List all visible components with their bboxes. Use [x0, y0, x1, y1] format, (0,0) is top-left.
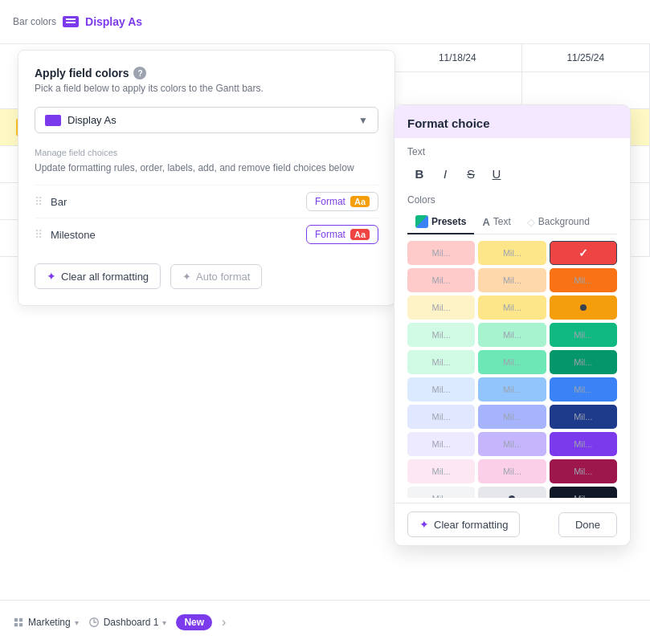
- swatch-label-17: Mil...: [574, 385, 592, 394]
- tab-presets[interactable]: Presets: [407, 210, 474, 234]
- color-swatch-29[interactable]: Mil...: [550, 487, 617, 498]
- swatch-label-16: Mil...: [503, 385, 521, 394]
- color-swatch-24[interactable]: Mil...: [407, 459, 475, 483]
- color-swatch-21[interactable]: Mil...: [407, 432, 475, 456]
- color-swatch-22[interactable]: Mil...: [478, 432, 546, 456]
- clear-all-formatting-button[interactable]: ✦ Clear all formatting: [35, 263, 161, 289]
- text-section-label: Text: [407, 146, 617, 157]
- new-badge[interactable]: New: [176, 614, 212, 630]
- color-swatch-4[interactable]: Mil...: [478, 268, 546, 292]
- swatch-label-22: Mil...: [503, 439, 521, 449]
- color-swatch-15[interactable]: Mil...: [407, 377, 475, 401]
- tab-text[interactable]: A Text: [474, 211, 518, 234]
- dashboard-tab-icon: [88, 617, 100, 628]
- svg-rect-0: [14, 618, 18, 622]
- swatch-label-0: Mil...: [432, 248, 451, 258]
- bottom-bar: Marketing ▾ Dashboard 1 ▾ New ›: [0, 600, 650, 644]
- color-swatch-19[interactable]: Mil...: [478, 405, 546, 429]
- underline-button[interactable]: U: [484, 162, 509, 185]
- marketing-arrow: ▾: [75, 618, 79, 627]
- tab-background-label: Background: [538, 216, 590, 227]
- format-btn-label: Format: [315, 196, 345, 207]
- top-bar: Bar colors Display As: [0, 0, 650, 44]
- clear-formatting-button[interactable]: ✦ Clear formatting: [407, 512, 520, 537]
- swatch-label-5: Mil...: [574, 275, 592, 285]
- color-swatch-0[interactable]: Mil...: [407, 241, 475, 265]
- color-swatch-26[interactable]: Mil...: [550, 459, 617, 483]
- italic-button[interactable]: I: [433, 162, 457, 185]
- swatch-label-9: Mil...: [432, 330, 451, 340]
- tab-dashboard[interactable]: Dashboard 1 ▾: [88, 617, 167, 628]
- swatch-label-18: Mil...: [432, 412, 451, 422]
- color-swatch-2[interactable]: ✓: [550, 241, 617, 265]
- color-swatch-8[interactable]: [550, 296, 617, 320]
- color-swatch-5[interactable]: Mil...: [550, 268, 617, 292]
- swatch-label-10: Mil...: [503, 330, 521, 340]
- color-swatch-9[interactable]: Mil...: [407, 323, 475, 347]
- marketing-label: Marketing: [28, 617, 71, 628]
- auto-format-button[interactable]: ✦ Auto format: [170, 264, 262, 289]
- field-dropdown[interactable]: Display As ▼: [35, 107, 378, 133]
- field-name-bar: Bar: [51, 196, 306, 208]
- display-as-title: Display As: [85, 15, 142, 28]
- field-name-milestone: Milestone: [51, 229, 306, 241]
- swatch-label-6: Mil...: [432, 303, 451, 312]
- marketing-tab-icon: [13, 617, 24, 628]
- bold-button[interactable]: B: [407, 162, 431, 185]
- text-format-section: Text B I S U: [394, 138, 630, 190]
- color-swatch-23[interactable]: Mil...: [550, 432, 617, 456]
- format-btn-label-milestone: Format: [315, 229, 345, 240]
- strikethrough-button[interactable]: S: [459, 162, 483, 185]
- colors-tabs: Presets A Text ◇ Background: [407, 210, 617, 234]
- color-grid: Mil...Mil...✓Mil...Mil...Mil...Mil...Mil…: [407, 241, 617, 498]
- color-swatch-20[interactable]: Mil...: [550, 405, 617, 429]
- color-swatch-27[interactable]: Mil...: [407, 487, 475, 498]
- color-swatch-11[interactable]: Mil...: [550, 323, 617, 347]
- color-swatch-18[interactable]: Mil...: [407, 405, 475, 429]
- color-swatch-17[interactable]: Mil...: [550, 377, 617, 401]
- color-swatch-10[interactable]: Mil...: [478, 323, 546, 347]
- color-swatch-28[interactable]: [478, 487, 546, 498]
- drag-handle-milestone: ⠿: [35, 228, 43, 241]
- auto-format-icon: ✦: [182, 271, 191, 283]
- check-mark: ✓: [578, 247, 588, 259]
- swatch-label-26: Mil...: [574, 467, 592, 476]
- display-as-icon: [63, 16, 79, 27]
- format-button-milestone[interactable]: Format Aa: [306, 225, 378, 244]
- format-badge-bar: Aa: [350, 196, 370, 207]
- svg-rect-3: [19, 623, 22, 626]
- color-swatch-1[interactable]: Mil...: [478, 241, 546, 265]
- format-choice-panel: Format choice Text B I S U Colors Preset…: [394, 104, 631, 546]
- tab-marketing[interactable]: Marketing ▾: [13, 617, 79, 628]
- tab-text-label: Text: [493, 216, 511, 227]
- color-swatch-6[interactable]: Mil...: [407, 296, 475, 320]
- dashboard-label: Dashboard 1: [104, 617, 159, 628]
- swatch-label-21: Mil...: [432, 439, 451, 449]
- color-swatch-13[interactable]: Mil...: [478, 350, 546, 374]
- swatch-label-11: Mil...: [574, 330, 592, 340]
- swatch-label-24: Mil...: [432, 467, 451, 476]
- color-swatch-7[interactable]: Mil...: [478, 296, 546, 320]
- dashboard-arrow: ▾: [162, 618, 166, 627]
- swatch-label-15: Mil...: [432, 385, 451, 394]
- color-swatch-12[interactable]: Mil...: [407, 350, 475, 374]
- color-swatch-25[interactable]: Mil...: [478, 459, 546, 483]
- text-format-buttons: B I S U: [407, 162, 617, 185]
- bar-colors-label: Bar colors: [13, 16, 56, 27]
- color-swatch-3[interactable]: Mil...: [407, 268, 475, 292]
- date-headers: 11/18/24 11/25/24: [394, 44, 650, 72]
- color-swatch-14[interactable]: Mil...: [550, 350, 617, 374]
- format-badge-milestone: Aa: [350, 229, 370, 240]
- swatch-label-29: Mil...: [574, 494, 592, 498]
- apply-field-colors-panel: Apply field colors ? Pick a field below …: [18, 50, 395, 306]
- format-panel-title: Format choice: [407, 116, 617, 130]
- background-tab-icon: ◇: [527, 216, 535, 228]
- swatch-label-20: Mil...: [574, 412, 592, 422]
- color-swatch-16[interactable]: Mil...: [478, 377, 546, 401]
- done-button[interactable]: Done: [558, 512, 617, 537]
- tab-presets-label: Presets: [431, 216, 466, 227]
- manage-desc: Update formatting rules, order, labels, …: [35, 162, 378, 173]
- swatch-label-23: Mil...: [574, 439, 592, 449]
- tab-background[interactable]: ◇ Background: [519, 211, 598, 234]
- format-button-bar[interactable]: Format Aa: [306, 192, 378, 211]
